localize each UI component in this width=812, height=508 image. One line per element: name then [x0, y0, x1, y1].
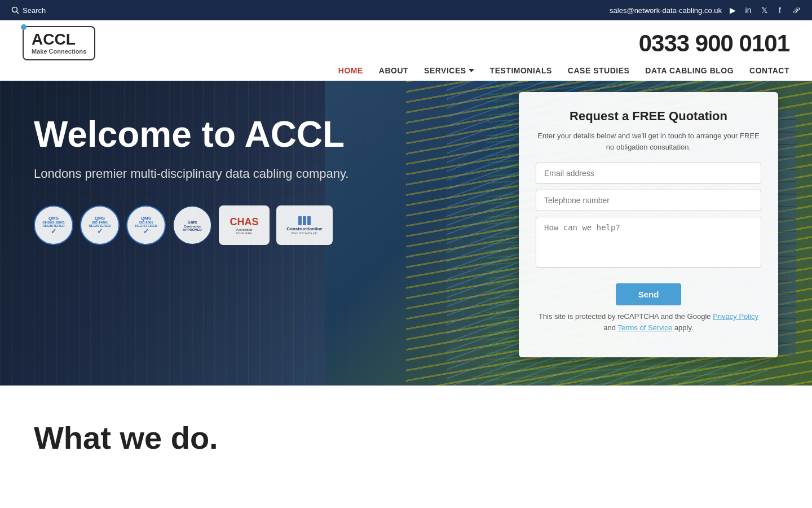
certification-badges: QMS OHSAS 18001 REGISTERED ✓ QMS ISO 140…: [34, 205, 348, 245]
search-icon: [11, 6, 19, 14]
top-bar: Search sales@network-data-cabling.co.uk …: [0, 0, 812, 20]
linkedin-icon[interactable]: in: [743, 5, 753, 15]
quote-form-title: Request a FREE Quotation: [536, 109, 761, 124]
nav-services[interactable]: SERVICES: [424, 66, 474, 75]
message-input[interactable]: [536, 217, 761, 268]
logo-subtitle: Make Connections: [32, 49, 86, 55]
hero-subtitle: Londons premier multi-disciplinary data …: [34, 165, 348, 183]
search-area[interactable]: Search: [11, 6, 46, 15]
nav-contact[interactable]: CONTACT: [749, 66, 789, 75]
site-header: ACCL Make Connections 0333 900 0101: [0, 20, 812, 66]
badge-iso14001: QMS ISO 14001 REGISTERED ✓: [80, 205, 120, 245]
nav-case-studies[interactable]: CASE STUDIES: [568, 66, 629, 75]
email-address[interactable]: sales@network-data-cabling.co.uk: [610, 6, 722, 15]
top-bar-right: sales@network-data-cabling.co.uk ▶ in 𝕏 …: [610, 5, 801, 15]
hero-text: Welcome to ACCL Londons premier multi-di…: [34, 115, 348, 245]
badge-iso9001: QMS ISO 9001 REGISTERED ✓: [126, 205, 166, 245]
nav-testimonials[interactable]: TESTIMONIALS: [490, 66, 552, 75]
facebook-icon[interactable]: f: [775, 5, 785, 15]
nav-about[interactable]: ABOUT: [379, 66, 408, 75]
badge-safecontractor: Safe Contractor APPROVED: [173, 205, 212, 245]
email-input[interactable]: [536, 163, 761, 184]
phone-input[interactable]: [536, 190, 761, 211]
search-label: Search: [23, 6, 46, 15]
logo-box: ACCL Make Connections: [23, 26, 95, 60]
svg-point-0: [12, 7, 17, 12]
nav-data-cabling-blog[interactable]: DATA CABLING BLOG: [645, 66, 734, 75]
nav-home[interactable]: HOME: [338, 66, 363, 75]
logo-dot: [21, 24, 27, 30]
badge-ohsas: QMS OHSAS 18001 REGISTERED ✓: [34, 205, 73, 245]
pinterest-icon[interactable]: 𝒫: [791, 5, 801, 15]
hero-section: Welcome to ACCL Londons premier multi-di…: [0, 81, 812, 386]
send-button[interactable]: Send: [616, 283, 682, 305]
quote-form-description: Enter your details below and we'll get i…: [536, 130, 761, 152]
main-nav: HOME ABOUT SERVICES TESTIMONIALS CASE ST…: [0, 66, 812, 81]
logo-area[interactable]: ACCL Make Connections: [23, 26, 95, 60]
hero-title: Welcome to ACCL: [34, 115, 348, 154]
services-dropdown-icon: [469, 68, 474, 73]
badge-chas: CHAS Accredited Contractor: [219, 205, 270, 245]
privacy-policy-link[interactable]: Privacy Policy: [713, 312, 758, 321]
recaptcha-text: This site is protected by reCAPTCHA and …: [536, 311, 761, 333]
phone-number[interactable]: 0333 900 0101: [639, 30, 789, 57]
quote-form: Request a FREE Quotation Enter your deta…: [519, 92, 778, 357]
what-we-do-section: What we do.: [0, 386, 812, 467]
what-we-do-heading: What we do.: [34, 419, 778, 456]
badge-constructionline: Constructionline Part of Capita plc: [276, 205, 333, 245]
svg-line-1: [17, 12, 19, 14]
logo-text: ACCL: [32, 30, 76, 48]
terms-link[interactable]: Terms of Service: [617, 323, 672, 332]
youtube-icon[interactable]: ▶: [727, 5, 738, 15]
twitter-icon[interactable]: 𝕏: [759, 5, 769, 15]
